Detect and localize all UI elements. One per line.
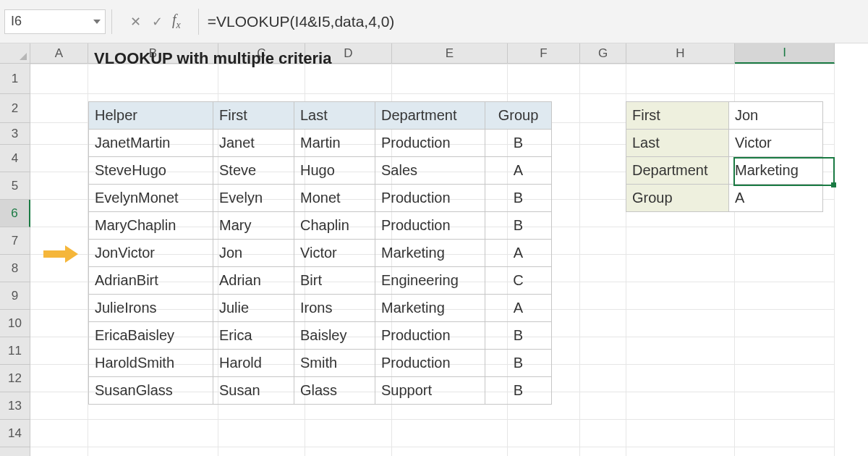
table-cell[interactable]: Marketing [375,295,485,322]
table-cell[interactable]: Martin [294,130,375,157]
cell[interactable] [30,123,88,145]
table-cell[interactable]: Irons [294,295,375,322]
cell[interactable] [392,64,508,94]
cell[interactable] [580,337,626,365]
cell[interactable] [735,365,835,392]
table-cell[interactable]: Mary [213,212,294,240]
cell[interactable] [626,420,735,447]
table-cell[interactable]: A [485,157,552,185]
table-cell[interactable]: Harold [213,350,294,377]
cell[interactable] [735,392,835,420]
table-cell[interactable]: JulieIrons [89,295,213,322]
cell[interactable] [30,420,88,447]
table-cell[interactable]: Julie [213,295,294,322]
cell[interactable] [30,392,88,420]
cancel-icon[interactable]: ✕ [124,11,146,33]
table-row[interactable]: SteveHugoSteveHugoSalesA [89,157,552,185]
table-cell[interactable]: A [485,240,552,267]
cell[interactable] [30,172,88,200]
cell[interactable] [735,64,835,94]
table-cell[interactable]: EricaBaisley [89,322,213,350]
table-cell[interactable]: AdrianBirt [89,267,213,295]
table-cell[interactable]: Steve [213,157,294,185]
cell[interactable] [580,123,626,145]
cell[interactable] [580,64,626,94]
table-cell[interactable]: Jon [213,240,294,267]
cell[interactable] [580,145,626,172]
table-row[interactable]: EricaBaisleyEricaBaisleyProductionB [89,322,552,350]
table-row[interactable]: SusanGlassSusanGlassSupportB [89,377,552,405]
table-cell[interactable]: Production [375,322,485,350]
lookup-label[interactable]: First [626,102,729,130]
table-cell[interactable]: Victor [294,240,375,267]
row-header[interactable]: 13 [0,392,30,420]
row-header[interactable]: 3 [0,123,30,145]
table-cell[interactable]: SteveHugo [89,157,213,185]
table-cell[interactable]: Hugo [294,157,375,185]
name-box[interactable]: I6 [4,9,106,34]
cell[interactable] [30,310,88,337]
cell[interactable] [735,447,835,456]
table-cell[interactable]: JanetMartin [89,130,213,157]
column-header[interactable]: G [580,43,626,64]
cell[interactable] [30,145,88,172]
row-header[interactable]: 14 [0,420,30,447]
table-cell[interactable]: JonVictor [89,240,213,267]
cell[interactable] [735,310,835,337]
table-row[interactable]: JonVictorJonVictorMarketingA [89,240,552,267]
row-header[interactable]: 10 [0,310,30,337]
cell[interactable] [626,64,735,94]
lookup-label[interactable]: Department [626,157,729,185]
table-cell[interactable]: A [485,295,552,322]
table-cell[interactable]: Erica [213,322,294,350]
select-all-corner[interactable] [0,43,30,64]
table-cell[interactable]: Susan [213,377,294,405]
cell[interactable] [580,392,626,420]
table-cell[interactable]: Sales [375,157,485,185]
cell[interactable] [626,392,735,420]
cell[interactable] [392,447,508,456]
row-header[interactable]: 5 [0,172,30,200]
cell[interactable] [735,227,835,255]
table-cell[interactable]: Support [375,377,485,405]
table-cell[interactable]: Marketing [375,240,485,267]
row-header[interactable]: 2 [0,94,30,123]
cell[interactable] [218,420,305,447]
cell[interactable] [30,337,88,365]
table-header[interactable]: First [213,102,294,130]
row-header[interactable]: 8 [0,255,30,282]
lookup-value[interactable]: Victor [729,130,823,157]
cell[interactable] [626,255,735,282]
cell[interactable] [626,337,735,365]
cell[interactable] [626,310,735,337]
table-header[interactable]: Last [294,102,375,130]
table-cell[interactable]: Adrian [213,267,294,295]
table-cell[interactable]: Production [375,212,485,240]
table-row[interactable]: JulieIronsJulieIronsMarketingA [89,295,552,322]
column-header[interactable]: I [735,43,835,64]
cell[interactable] [30,447,88,456]
cell[interactable] [580,200,626,227]
table-cell[interactable]: Birt [294,267,375,295]
cell[interactable] [508,447,580,456]
row-header[interactable]: 12 [0,365,30,392]
table-cell[interactable]: C [485,267,552,295]
table-row[interactable]: HaroldSmithHaroldSmithProductionB [89,350,552,377]
table-header[interactable]: Department [375,102,485,130]
cell[interactable] [508,64,580,94]
cell[interactable] [580,447,626,456]
row-header[interactable]: 1 [0,64,30,94]
table-header[interactable]: Group [485,102,552,130]
row-header[interactable]: 4 [0,145,30,172]
cell[interactable] [580,365,626,392]
cell[interactable] [626,282,735,310]
fx-icon[interactable]: fx [172,12,181,31]
table-cell[interactable]: Production [375,350,485,377]
row-header[interactable]: 11 [0,337,30,365]
table-cell[interactable]: MaryChaplin [89,212,213,240]
cell[interactable] [735,282,835,310]
cell[interactable] [88,447,218,456]
cell[interactable] [580,310,626,337]
table-row[interactable]: MaryChaplinMaryChaplinProductionB [89,212,552,240]
table-cell[interactable]: B [485,377,552,405]
